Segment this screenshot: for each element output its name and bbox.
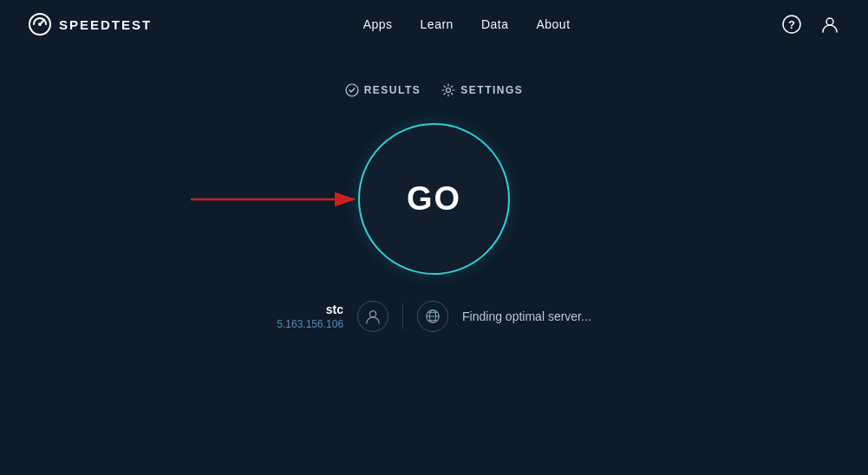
help-icon[interactable]: ?	[781, 14, 802, 35]
svg-point-7	[447, 88, 451, 93]
nav-about[interactable]: About	[536, 17, 570, 31]
svg-point-10	[369, 311, 375, 317]
logo[interactable]: SPEEDTEST	[28, 12, 152, 36]
isp-info: stc 5.163.156.106	[277, 303, 343, 330]
go-button[interactable]: GO	[358, 123, 510, 275]
svg-point-5	[826, 18, 833, 25]
go-area: GO	[0, 123, 868, 275]
nav-learn[interactable]: Learn	[421, 17, 454, 31]
isp-name: stc	[326, 303, 343, 316]
results-icon	[345, 83, 359, 97]
main-nav: Apps Learn Data About	[363, 17, 571, 31]
settings-tab[interactable]: SETTINGS	[441, 83, 523, 97]
logo-text: SPEEDTEST	[59, 17, 152, 32]
bottom-info: stc 5.163.156.106 Finding optimal server…	[0, 301, 868, 332]
toolbar: RESULTS SETTINGS	[0, 83, 868, 97]
nav-data[interactable]: Data	[481, 17, 509, 31]
divider	[402, 303, 403, 329]
go-label: GO	[407, 180, 461, 218]
results-label: RESULTS	[364, 84, 421, 96]
isp-ip: 5.163.156.106	[277, 318, 343, 330]
isp-user-icon[interactable]	[357, 301, 388, 332]
nav-icons: ?	[781, 14, 840, 35]
nav-apps[interactable]: Apps	[363, 17, 393, 31]
results-tab[interactable]: RESULTS	[345, 83, 421, 97]
user-icon[interactable]	[819, 14, 840, 35]
header: SPEEDTEST Apps Learn Data About ?	[0, 0, 868, 49]
svg-text:?: ?	[788, 18, 795, 31]
svg-point-2	[38, 23, 42, 26]
svg-point-6	[346, 84, 358, 96]
settings-icon	[441, 83, 455, 97]
settings-label: SETTINGS	[460, 84, 523, 96]
server-globe-icon[interactable]	[417, 301, 448, 332]
speedtest-logo-icon	[28, 12, 52, 36]
finding-server-text: Finding optimal server...	[462, 309, 591, 323]
